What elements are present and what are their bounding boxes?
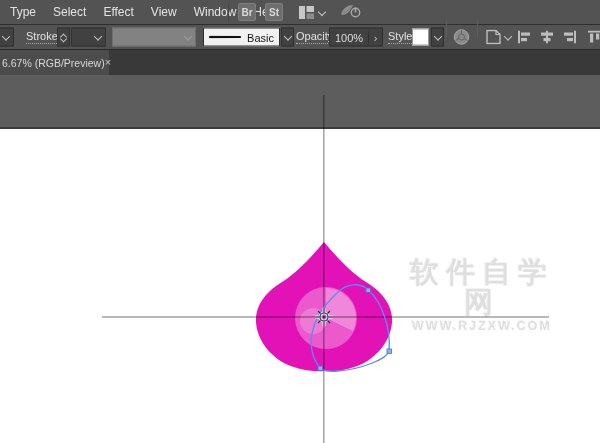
recolor-artwork-icon[interactable] [452,28,471,47]
workspace-switcher-icon[interactable] [299,6,314,19]
brush-stroke-preview-icon [209,36,241,39]
opacity-value: 100% [330,31,368,43]
chevron-down-icon [93,32,103,42]
workspace-chevron-icon[interactable] [318,8,326,16]
brush-definition-dropdown[interactable]: Basic [203,28,280,47]
style-chevron[interactable] [431,28,444,47]
document-tab-bar: 6.67% (RGB/Preview) × [0,50,600,75]
stroke-weight-dropdown[interactable] [71,28,106,47]
stroke-label[interactable]: Stroke: [26,30,61,44]
opacity-expand-chevron[interactable]: › [368,31,382,43]
menu-view[interactable]: View [151,5,177,19]
artboard-canvas[interactable]: 软件自学网 WWW.RJZXW.COM [0,75,600,443]
style-swatch[interactable] [412,29,429,46]
chevron-down-icon [503,32,513,42]
watermark: 软件自学网 WWW.RJZXW.COM [396,257,568,333]
menu-bar: Type Select Effect View Window Help Br S… [0,0,600,25]
brush-definition-chevron[interactable] [281,28,294,47]
menubar-app-buttons: Br St [238,0,362,24]
watermark-title: 软件自学网 [396,257,568,317]
chevron-down-icon [61,37,66,42]
watermark-url: WWW.RJZXW.COM [396,319,568,333]
align-center-icon[interactable] [537,28,556,47]
controlbar-separator [477,21,478,38]
bridge-button[interactable]: Br [238,3,256,21]
illustrator-window: Type Select Effect View Window Help Br S… [0,0,600,443]
close-icon[interactable]: × [105,57,111,68]
chevron-down-icon [1,32,11,42]
width-profile-dropdown-disabled [112,28,196,47]
chevron-down-icon [183,32,193,42]
align-top-icon[interactable] [585,28,600,47]
menu-type[interactable]: Type [10,5,36,19]
stroke-weight-stepper[interactable] [57,28,70,47]
opacity-field[interactable]: 100% › [329,28,383,47]
document-tab-label: 6.67% (RGB/Preview) [2,57,105,69]
brush-definition-value: Basic [247,31,274,43]
stock-button[interactable]: St [265,3,283,21]
align-left-icon[interactable] [515,28,534,47]
menubar-separator [228,4,229,21]
menu-select[interactable]: Select [53,5,86,19]
chevron-down-icon [433,32,443,42]
pasteboard [0,75,600,129]
control-bar: Stroke: Basic Opacity: 100% › Style: [0,25,600,50]
document-tab[interactable]: 6.67% (RGB/Preview) × [0,50,109,75]
chevron-down-icon [283,32,293,42]
controlbar-separator [446,21,447,38]
document-setup-icon[interactable] [486,30,513,45]
menu-effect[interactable]: Effect [103,5,133,19]
align-right-icon[interactable] [559,28,578,47]
gpu-performance-icon[interactable] [340,3,362,22]
left-dropdown[interactable] [0,28,14,47]
menu-window[interactable]: Window [194,5,237,19]
